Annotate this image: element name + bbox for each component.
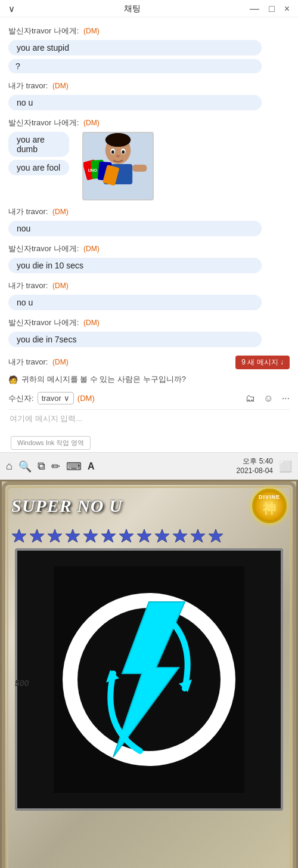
star-6 <box>101 528 116 543</box>
close-button[interactable]: × <box>284 4 290 14</box>
star-4 <box>65 528 80 543</box>
sender-label-9: 내가 travor: (DM) <box>8 357 69 367</box>
divine-kanji: 神 <box>263 500 276 518</box>
notify-row: 🧑 귀하의 메시지를 볼 수 있는 사람은 누구입니까? <box>8 374 290 385</box>
bubble-4b: you are fool <box>8 160 69 175</box>
chat-title-bar: ∨ 채팅 — □ × <box>0 0 298 17</box>
dropdown-icon[interactable]: ∨ <box>8 4 15 14</box>
svg-marker-18 <box>48 529 62 542</box>
recipient-row: 수신자: travor ∨ (DM) 🗂 ☺ ··· <box>8 392 290 404</box>
sender-label-7: 내가 travor: (DM) <box>8 280 290 291</box>
svg-rect-5 <box>132 165 147 172</box>
sender-label-1: 발신자travor 나에게: (DM) <box>8 26 290 36</box>
time-display: 오후 5:40 <box>237 457 273 467</box>
new-messages-row: 내가 travor: (DM) 9 새 메시지 ↓ <box>8 354 290 369</box>
bubble-6: you die in 10 secs <box>8 258 262 273</box>
dm-tag-1: (DM) <box>83 27 100 35</box>
svg-marker-26 <box>191 529 205 542</box>
card-section: Super NO U DIVINE 神 <box>0 480 298 868</box>
chevron-down-icon: ∨ <box>64 394 70 403</box>
avatar-inner: UNO <box>83 133 153 199</box>
emoji-icon[interactable]: ☺ <box>263 393 273 404</box>
maximize-button[interactable]: □ <box>269 4 275 14</box>
task-view-icon[interactable]: ⧉ <box>38 460 45 472</box>
card-title-main: NO U <box>77 496 123 515</box>
svg-text:UNO: UNO <box>88 168 97 172</box>
svg-point-14 <box>122 150 125 154</box>
file-icon[interactable]: 🗂 <box>246 393 255 404</box>
svg-marker-24 <box>155 529 169 542</box>
bubble-1: you are stupid <box>8 40 262 55</box>
chat-section: ∨ 채팅 — □ × 발신자travor 나에게: (DM) you are s… <box>0 0 298 452</box>
svg-marker-21 <box>101 529 116 542</box>
bubble-2: ? <box>8 59 262 73</box>
dm-tag-3: (DM) <box>52 82 69 90</box>
chat-body: 발신자travor 나에게: (DM) you are stupid ? 내가 … <box>0 17 298 433</box>
svg-marker-17 <box>30 529 44 542</box>
bubble-8: you die in 7secs <box>8 332 262 347</box>
desktop-icon[interactable]: ⬜ <box>279 460 292 473</box>
more-icon[interactable]: ··· <box>282 393 290 404</box>
date-display: 2021-08-04 <box>237 467 273 476</box>
taskbar: ⌂ 🔍 ⧉ ✏ ⌨ A 오후 5:40 2021-08-04 ⬜ <box>0 452 298 480</box>
bubble-4a: you are dumb <box>8 132 69 157</box>
sender-label-3: 내가 travor: (DM) <box>8 81 290 91</box>
input-placeholder: 여기에 메시지 입력... <box>10 414 82 423</box>
card-atk-label: 500 <box>15 678 29 688</box>
svg-marker-19 <box>66 529 80 542</box>
card-title: Super NO U <box>11 496 123 516</box>
star-3 <box>47 528 63 543</box>
taskbar-time: 오후 5:40 2021-08-04 <box>237 457 273 475</box>
start-icon[interactable]: ⌂ <box>6 460 13 472</box>
dm-tag-7: (DM) <box>52 282 69 290</box>
bubble-3: no u <box>8 95 262 110</box>
card-title-prefix: Super <box>11 496 72 515</box>
sender-label-5: 내가 travor: (DM) <box>8 206 290 217</box>
svg-marker-20 <box>83 529 98 542</box>
dm-tag-4: (DM) <box>83 119 100 127</box>
title-bar-left: ∨ <box>8 4 15 14</box>
chat-avatar-row: you are dumb you are fool <box>8 132 290 200</box>
letter-a-icon[interactable]: A <box>88 461 95 472</box>
card-atk-number: 500 <box>15 678 29 688</box>
message-input-area[interactable]: 여기에 메시지 입력... <box>8 409 290 428</box>
recipient-value: travor <box>42 394 61 403</box>
new-messages-button[interactable]: 9 새 메시지 ↓ <box>235 356 290 369</box>
star-9 <box>154 528 170 543</box>
svg-marker-16 <box>12 529 26 542</box>
divine-label: DIVINE <box>259 494 280 500</box>
sender-label-8: 발신자travor 나에게: (DM) <box>8 317 290 328</box>
search-icon[interactable]: 🔍 <box>18 460 32 473</box>
windows-ink-bar-row: Windows Ink 작업 영역 <box>0 433 298 452</box>
svg-marker-27 <box>209 529 223 542</box>
svg-point-13 <box>111 150 114 154</box>
avatar: UNO <box>82 132 154 200</box>
star-12 <box>208 528 224 543</box>
chat-messages-col: you are dumb you are fool <box>8 132 76 177</box>
keyboard-icon[interactable]: ⌨ <box>66 460 82 473</box>
window-title: 채팅 <box>124 4 141 14</box>
svg-marker-25 <box>173 529 187 542</box>
svg-marker-23 <box>137 529 151 542</box>
taskbar-left: ⌂ 🔍 ⧉ ✏ ⌨ A <box>6 460 94 473</box>
star-10 <box>172 528 188 543</box>
dm-tag-6: (DM) <box>83 245 100 253</box>
svg-point-2 <box>105 133 131 147</box>
recipient-select[interactable]: travor ∨ <box>38 392 74 404</box>
dm-tag-9: (DM) <box>52 358 69 366</box>
sender-label-4: 발신자travor 나에게: (DM) <box>8 118 290 128</box>
notify-text: 귀하의 메시지를 볼 수 있는 사람은 누구입니까? <box>21 374 186 385</box>
bubble-7: no u <box>8 295 262 310</box>
card-stars <box>11 528 287 543</box>
star-1 <box>11 528 27 543</box>
star-2 <box>29 528 45 543</box>
minimize-button[interactable]: — <box>250 4 259 14</box>
dm-tag-8: (DM) <box>83 319 100 327</box>
star-7 <box>119 528 134 543</box>
taskbar-right: 오후 5:40 2021-08-04 ⬜ <box>237 457 292 475</box>
star-11 <box>190 528 206 543</box>
card-art-svg <box>54 566 244 793</box>
svg-marker-22 <box>119 529 134 542</box>
pen-icon[interactable]: ✏ <box>51 460 60 473</box>
card-top-bar: Super NO U DIVINE 神 <box>11 489 287 523</box>
